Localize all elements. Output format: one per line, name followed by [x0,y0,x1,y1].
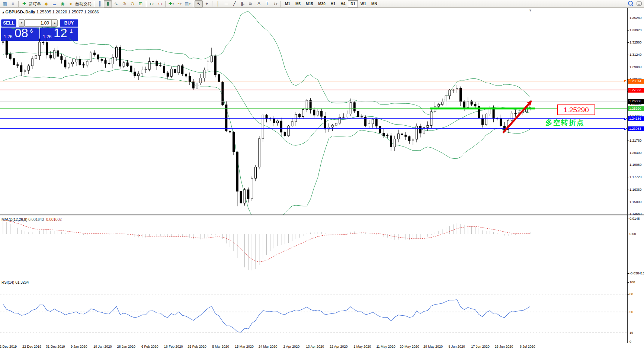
crosshair-icon[interactable]: ⌖ [203,0,211,7]
candle-body [57,51,59,57]
trendline-icon[interactable]: ╱ [230,0,238,7]
timeframe-mn[interactable]: MN [369,0,380,7]
candle-body [28,66,29,70]
candle-body [416,126,418,139]
date-tick-label: 6 Jul 2020 [520,345,535,348]
timeframe-m1[interactable]: M1 [282,0,293,7]
panel-separator[interactable] [0,216,644,216]
candle-body [441,102,443,104]
candle-body [6,41,7,54]
candle-body [489,109,491,114]
rsi-tick-label: 80 [629,292,633,296]
candle-body [42,42,44,43]
autotrading-icon-label[interactable]: 自动交易 [75,1,93,7]
arrows-shapes-icon[interactable]: ↕▾ [271,0,279,7]
autotrading-icon[interactable]: ● [67,0,75,7]
axis-tick [627,294,629,294]
candle-body [247,190,249,199]
support-band-segment[interactable] [430,107,535,109]
macd-indicator-panel[interactable] [0,217,627,277]
signals-icon[interactable]: ◉ [58,0,67,7]
candle-body [328,127,330,129]
candle-body [94,53,96,55]
chat-icon[interactable] [637,1,642,6]
candlestick-chart-icon[interactable]: ▮ [104,0,112,7]
timeframe-m15[interactable]: M15 [303,0,315,7]
line-anchor-handle[interactable] [624,80,626,82]
panel-separator[interactable] [0,278,644,278]
date-axis-border [0,343,644,343]
candle-body [474,104,476,106]
metaeditor-icon[interactable]: ◆ [42,0,50,7]
bollinger-upper-band [3,11,530,115]
date-tick-label: 13 Apr 2020 [306,345,324,348]
candle-body [277,121,279,123]
rsi-indicator-panel[interactable] [0,280,627,343]
timeframe-h1[interactable]: H1 [328,0,338,7]
profiles-icon[interactable]: ⌗ [9,0,17,7]
candle-body [207,62,209,70]
candle-body [101,59,103,61]
vertical-line-icon[interactable]: │ [214,0,222,7]
turning-point-text[interactable]: 多空转折点 [545,118,584,128]
community-icon[interactable]: ☁ [50,0,58,7]
candle-body [123,63,125,66]
candle-body [467,102,469,107]
date-tick-label: 22 Dec 2019 [22,345,41,348]
tile-windows-icon[interactable]: ⊞ [137,0,145,7]
macd-value: 0.001643 [28,218,44,222]
candle-body [353,103,355,111]
indicators-icon[interactable]: ✚▾ [167,0,175,7]
candle-body [401,134,403,135]
candle-body [244,190,246,203]
text-icon[interactable]: A [255,0,263,7]
new-order-icon[interactable]: ✚ [20,0,28,7]
templates-icon[interactable]: ▤▾ [183,0,192,7]
candle-body [471,102,472,104]
support-price-annotation-box[interactable]: 1.25290 [557,104,595,115]
candle-body [339,117,341,123]
text-label-icon[interactable]: T [263,0,271,7]
candle-body [145,70,147,70]
candle-body [357,111,359,117]
price-axis-border [627,8,628,343]
price-tick-label: 1.13680 [629,212,642,216]
candle-body [83,65,84,65]
timeframe-w1[interactable]: W1 [358,0,369,7]
price-tick-label: 1.33920 [629,28,642,32]
date-tick-label: 19 Jan 2020 [93,345,112,348]
candle-body [397,134,399,139]
equidistant-channel-icon[interactable]: ∥E [238,0,247,7]
main-candlestick-chart[interactable] [0,8,627,215]
candle-body [269,119,271,119]
candle-body [324,116,326,129]
candle-body [178,66,180,73]
chart-shift-icon[interactable]: ↤ [156,0,164,7]
panel-separator[interactable] [0,279,644,279]
timeframe-m30[interactable]: M30 [315,0,328,7]
search-icon[interactable] [628,1,633,6]
zoom-in-icon[interactable]: ⊕ [120,0,128,7]
date-tick-label: 2 Apr 2020 [283,345,300,348]
cursor-icon[interactable]: ↖ [195,0,203,7]
auto-scroll-icon[interactable]: ↦ [148,0,156,7]
panel-separator[interactable] [0,215,644,215]
line-anchor-handle[interactable] [624,128,626,130]
bar-chart-icon[interactable]: ║ [96,0,104,7]
timeframe-m5[interactable]: M5 [293,0,303,7]
price-tick-label: 1.16360 [629,188,642,191]
line-chart-icon[interactable]: ∿ [112,0,120,7]
timeframe-h4[interactable]: H4 [338,0,348,7]
candle-body [299,114,301,116]
zoom-out-icon[interactable]: ⊖ [128,0,137,7]
candle-body [75,59,77,62]
line-anchor-handle[interactable] [624,118,626,120]
timeframe-d1[interactable]: D1 [348,0,358,7]
candle-body [291,122,293,126]
new-chart-icon[interactable]: ▦ [1,0,9,7]
periods-icon[interactable]: ◔▾ [175,0,183,7]
new-order-icon-label[interactable]: 新订单 [28,1,42,7]
candle-body [174,69,176,73]
fibonacci-icon[interactable]: ≡F [247,0,255,7]
horizontal-line-icon[interactable]: ─ [222,0,230,7]
